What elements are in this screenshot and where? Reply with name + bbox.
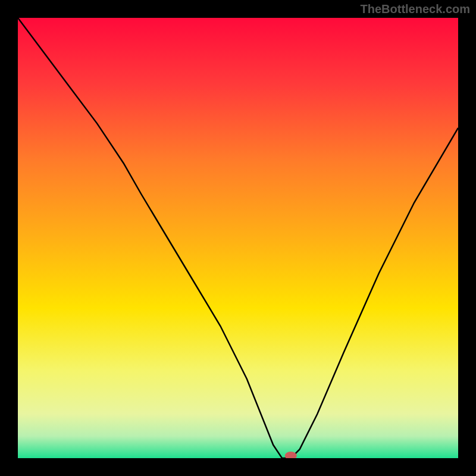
watermark-text: TheBottleneck.com (361, 2, 470, 16)
gradient-background (18, 18, 458, 458)
bottleneck-chart (18, 18, 458, 458)
chart-svg (18, 18, 458, 458)
